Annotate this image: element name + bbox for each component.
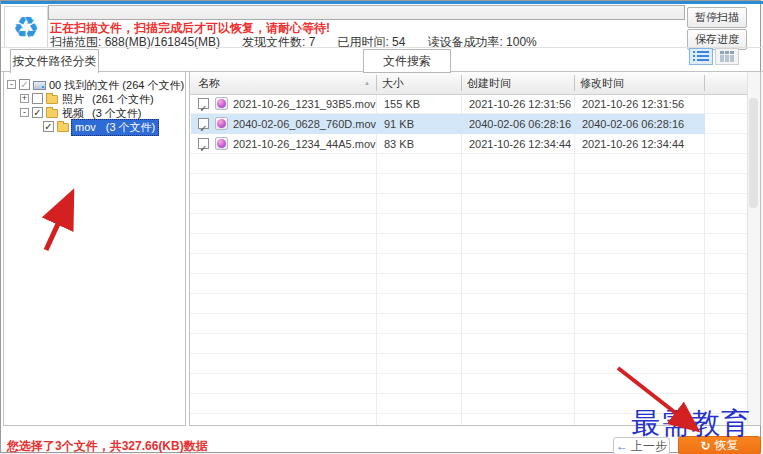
row-checkbox[interactable]: ✓ [198,138,209,149]
file-created-time: 2021-10-26 12:31:56 [469,94,571,114]
file-name: 2040-02-06_0628_760D.mov [233,114,376,134]
folder-icon [46,95,58,104]
file-modified-time: 2040-02-06 06:28:16 [582,114,684,134]
app-window: ♻ 正在扫描文件，扫描完成后才可以恢复，请耐心等待! 扫描范围: 688(MB)… [0,0,761,453]
file-list-panel: 名称 ▲ 大小 创建时间 修改时间 ✓ 2021-10-26_1231_93B5… [189,71,761,426]
tree-mov-selected-label: mov(3 个文件) [71,119,159,136]
mov-checkbox[interactable]: ✓ [43,121,54,132]
file-created-time: 2021-10-26 12:34:44 [469,134,571,154]
scan-progress-bar [48,5,685,20]
header-divider [461,75,462,91]
grid-view-glyph [720,51,734,62]
tab-classify-by-path[interactable]: 按文件路径分类 [10,49,99,73]
table-row-selected[interactable]: ✓ 2040-02-06_0628_760D.mov 91 KB 2040-02… [191,114,705,134]
tree-mov-name: mov [75,121,96,133]
scrollbar-thumb[interactable] [749,98,758,208]
column-header-created[interactable]: 创建时间 [467,72,511,94]
header-divider [704,75,705,91]
file-size: 83 KB [384,134,414,154]
photos-checkbox[interactable] [32,93,43,104]
file-size: 155 KB [384,94,420,114]
folder-icon [46,109,58,118]
mov-file-icon [215,137,228,150]
header-divider [574,75,575,91]
expand-icon[interactable]: + [20,94,29,103]
scan-info-line: 扫描范围: 688(MB)/161845(MB) 发现文件数: 7 已用时间: … [50,34,537,51]
app-logo-recycle-icon: ♻ [4,6,48,48]
mov-file-icon [215,117,228,130]
drive-icon [33,81,46,90]
list-view-icon[interactable] [689,48,713,65]
row-checkbox[interactable]: ✓ [198,118,209,129]
left-arrow-icon: ← [616,439,628,453]
folder-tree-panel: - ✓ 00 找到的文件 (264 个文件) + 照片 (261 个文件) - … [3,71,186,426]
file-created-time: 2040-02-06 06:28:16 [469,114,571,134]
selection-summary-text: 您选择了3个文件，共327.66(KB)数据 [7,438,208,454]
sort-ascending-icon: ▲ [364,72,370,94]
file-name: 2021-10-26_1234_44A5.mov [233,134,376,154]
file-size: 91 KB [384,114,414,134]
collapse-icon[interactable]: - [20,108,29,117]
tree-mov-count: (3 个文件) [106,121,156,133]
tree-photos-label: 照片 [62,93,84,106]
tree-photos-count: (261 个文件) [92,93,154,106]
watermark-text: 最需教育 [631,404,751,444]
file-modified-time: 2021-10-26 12:34:44 [582,134,684,154]
pause-scan-button[interactable]: 暂停扫描 [687,7,747,28]
grid-view-icon[interactable] [715,48,739,65]
root-checkbox[interactable]: ✓ [19,79,30,90]
window-top-accent [1,1,763,4]
vertical-scrollbar[interactable] [747,72,760,425]
found-files-count: 发现文件数: 7 [242,34,315,51]
column-header-size[interactable]: 大小 [382,72,404,94]
file-modified-time: 2021-10-26 12:31:56 [582,94,684,114]
row-checkbox[interactable]: ✓ [198,98,209,109]
tab-file-search[interactable]: 文件搜索 [363,49,451,73]
mov-file-icon [215,97,228,110]
table-row[interactable]: ✓ 2021-10-26_1231_93B5.mov 155 KB 2021-1… [191,94,705,114]
file-name: 2021-10-26_1231_93B5.mov [233,94,376,114]
list-view-glyph [693,51,709,62]
tree-item-root[interactable]: - ✓ 00 找到的文件 (264 个文件) [4,79,185,92]
header-divider [1,47,763,48]
videos-checkbox[interactable]: ✓ [32,107,43,118]
header-divider [376,75,377,91]
column-header-name[interactable]: 名称 [198,72,220,94]
table-row[interactable]: ✓ 2021-10-26_1234_44A5.mov 83 KB 2021-10… [191,134,705,154]
tree-item-mov-selected[interactable]: ✓ mov(3 个文件) [4,121,185,134]
annotation-arrow-to-mov-icon [32,122,84,262]
tree-root-label: 00 找到的文件 (264 个文件) [49,79,184,92]
tree-item-photos[interactable]: + 照片 (261 个文件) [4,93,185,106]
folder-icon [57,123,69,132]
table-header: 名称 ▲ 大小 创建时间 修改时间 [190,72,760,95]
column-header-modified[interactable]: 修改时间 [580,72,624,94]
collapse-icon[interactable]: - [7,80,16,89]
